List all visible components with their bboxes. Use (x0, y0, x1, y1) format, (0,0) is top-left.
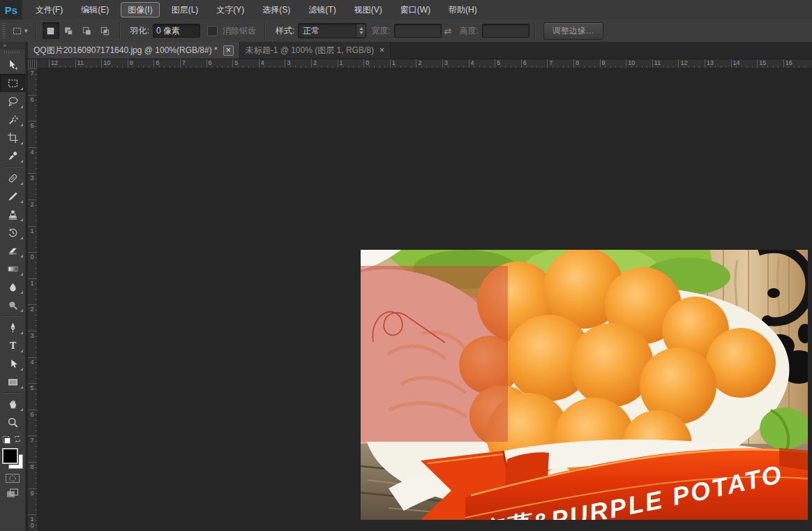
tab-close-icon[interactable]: × (223, 45, 234, 56)
horizontal-type-tool[interactable]: T (0, 336, 25, 354)
tab-close-icon[interactable]: × (379, 46, 384, 54)
menu-bar: Ps 文件(F)编辑(E)图像(I)图层(L)文字(Y)选择(S)滤镜(T)视图… (0, 0, 812, 20)
spot-healing-brush-tool[interactable] (0, 169, 25, 187)
ruler-number: 5 (497, 60, 500, 66)
antialias-checkbox[interactable] (207, 26, 218, 36)
svg-text:T: T (9, 341, 15, 351)
refine-edge-button[interactable]: 调整边缘… (543, 22, 603, 40)
width-input[interactable] (394, 24, 442, 38)
height-input[interactable] (482, 24, 529, 38)
ruler-number: 4 (471, 60, 474, 66)
pen-tool[interactable] (0, 318, 25, 336)
ruler-number: 0 (366, 60, 369, 66)
feather-input[interactable] (153, 24, 200, 38)
feather-label: 羽化: (130, 25, 149, 37)
eraser-tool[interactable] (0, 241, 25, 260)
brush-tool[interactable] (0, 187, 25, 205)
quick-mask-button[interactable] (0, 470, 25, 486)
marquee-preset-icon (12, 26, 22, 36)
menu-file[interactable]: 文件(F) (27, 0, 72, 20)
new-selection-button[interactable] (43, 22, 59, 39)
dodge-tool[interactable] (0, 296, 25, 314)
menu-edit[interactable]: 编辑(E) (72, 0, 118, 20)
ruler-number: 11 (654, 60, 661, 66)
style-label: 样式: (276, 25, 294, 37)
options-bar: ▾ 羽化: 消除锯齿 样式: 正常 宽度: ⇄ 高度: 调整边缘… (0, 20, 812, 43)
document-tab-bar: QQ图片20160907171640.jpg @ 100%(RGB/8#) *×… (25, 42, 812, 59)
magic-wand-tool[interactable] (0, 110, 25, 128)
ruler-number: 2 (313, 60, 317, 66)
collapse-toolbar-icon[interactable]: » (0, 42, 25, 50)
tab-title: QQ图片20160907171640.jpg @ 100%(RGB/8#) * (33, 45, 218, 57)
crop-tool[interactable] (0, 128, 25, 147)
ruler-number: 16 (785, 60, 792, 66)
eyedropper-tool[interactable] (0, 147, 25, 165)
tool-preset-picker[interactable]: ▾ (9, 24, 31, 38)
ruler-number: 3 (444, 60, 448, 66)
subtract-from-selection-button[interactable] (79, 22, 96, 39)
rectangle-shape-tool[interactable] (0, 373, 25, 391)
ruler-number: 3 (28, 175, 36, 181)
document-image[interactable]: 麻薯&PURPLE POTATO (361, 250, 808, 520)
ruler-number: 14 (733, 60, 740, 66)
history-brush-tool[interactable] (0, 223, 25, 241)
menu-select[interactable]: 选择(S) (253, 0, 299, 20)
antialias-label: 消除锯齿 (223, 25, 256, 37)
blur-tool[interactable] (0, 278, 25, 296)
swap-colors-icon[interactable] (13, 433, 22, 446)
ruler-number: 3 (28, 333, 36, 339)
zoom-tool[interactable] (0, 413, 25, 431)
toolbar-grip[interactable] (4, 51, 21, 54)
screen-mode-button[interactable] (0, 486, 25, 501)
menu-window[interactable]: 窗口(W) (391, 0, 439, 20)
toolbar: » T (0, 42, 26, 531)
ruler-number: 8 (156, 60, 159, 66)
swap-dimensions-icon[interactable]: ⇄ (444, 26, 452, 36)
ruler-number: 4 (28, 149, 36, 156)
style-dropdown[interactable]: 正常 (298, 23, 366, 38)
hand-tool[interactable] (0, 395, 25, 413)
clone-stamp-tool[interactable] (0, 205, 25, 223)
menu-items: 文件(F)编辑(E)图像(I)图层(L)文字(Y)选择(S)滤镜(T)视图(V)… (27, 0, 486, 20)
intersect-selection-button[interactable] (97, 22, 114, 39)
menu-view[interactable]: 视图(V) (345, 0, 391, 20)
flyout-indicator-icon (20, 218, 23, 221)
lasso-tool[interactable] (0, 92, 25, 110)
tab-title: 未标题-1 @ 100% (图层 1, RGB/8) (246, 45, 374, 57)
ruler-number: 9 (130, 60, 133, 66)
ruler-number: 5 (28, 385, 36, 391)
ruler-number: 4 (28, 359, 36, 366)
default-colors-icon[interactable] (3, 436, 10, 444)
menu-help[interactable]: 帮助(H) (439, 0, 486, 20)
menu-layer[interactable]: 图层(L) (163, 0, 208, 20)
color-swatches (2, 448, 23, 469)
toolbar-divider (3, 166, 22, 167)
spinner-icon (356, 24, 366, 37)
flyout-indicator-icon (20, 309, 23, 312)
ruler-number: 9 (28, 491, 36, 497)
flyout-indicator-icon (20, 124, 23, 126)
separator (119, 22, 121, 39)
add-to-selection-button[interactable] (61, 22, 77, 39)
ruler-left[interactable]: 765432101234567891 0 (28, 68, 38, 531)
ruler-number: 10 (628, 60, 635, 66)
canvas-area[interactable]: 麻薯&PURPLE POTATO (37, 68, 812, 531)
ruler-number: 9 (602, 60, 606, 66)
ruler-number: 2 (418, 60, 421, 66)
gradient-tool[interactable] (0, 260, 25, 278)
foreground-color-swatch[interactable] (2, 448, 18, 464)
ruler-number: 0 (28, 254, 36, 260)
ruler-number: 7 (549, 60, 552, 66)
options-grip (2, 23, 6, 38)
separator (36, 22, 37, 39)
rectangular-marquee-tool[interactable] (0, 74, 25, 92)
menu-image[interactable]: 图像(I) (121, 2, 159, 17)
move-tool[interactable] (0, 56, 25, 74)
menu-filter[interactable]: 滤镜(T) (299, 0, 345, 20)
document-tab[interactable]: 未标题-1 @ 100% (图层 1, RGB/8)× (240, 42, 391, 59)
document-tab[interactable]: QQ图片20160907171640.jpg @ 100%(RGB/8#) *× (28, 42, 240, 59)
menu-type[interactable]: 文字(Y) (207, 0, 253, 20)
ruler-number: 8 (576, 60, 579, 66)
path-selection-tool[interactable] (0, 354, 25, 373)
ruler-number: 5 (28, 123, 36, 129)
